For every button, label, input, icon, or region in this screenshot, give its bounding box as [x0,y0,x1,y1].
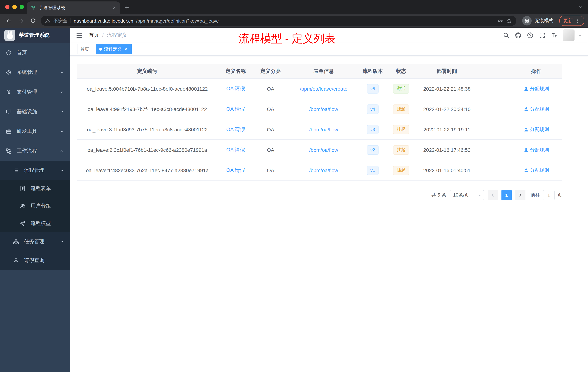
definition-name-link[interactable]: OA 请假 [226,85,245,92]
cell-definition-id: oa_leave:3:1fad3d93-7b75-11ec-a3c8-acde4… [77,119,218,139]
sidebar-logo[interactable]: 芋道管理系统 [0,28,70,43]
definition-id: oa_leave:3:1fad3d93-7b75-11ec-a3c8-acde4… [87,127,208,132]
tab-search-chevron-icon[interactable] [578,5,583,10]
sidebar-item-infra[interactable]: 基础设施 [0,102,70,121]
sidebar-item-label: 流程表单 [31,185,51,192]
assign-rule-link[interactable]: 分配规则 [524,85,549,92]
sidebar-item-payment[interactable]: 支付管理 [0,82,70,102]
sidebar-item-leave-query[interactable]: 请假查询 [0,251,70,270]
active-tag-dot [99,48,102,51]
minimize-window-button[interactable] [12,5,17,9]
assign-rule-label: 分配规则 [530,85,549,92]
security-warning-icon[interactable] [45,18,51,23]
cell-definition-id: oa_leave:5:004b710b-7b8a-11ec-8ef0-acde4… [77,79,218,99]
cell-form: /bpm/oa/flow [287,140,360,160]
table-row: oa_leave:4:991f2193-7b7f-11ec-a3c8-acde4… [77,99,562,119]
sidebar-item-system[interactable]: 系统管理 [0,63,70,82]
goto-page-input[interactable] [543,190,555,200]
password-key-icon[interactable] [497,18,503,24]
incognito-indicator: 无痕模式 [522,16,554,25]
cell-action: 分配规则 [510,140,562,160]
tab-close-icon[interactable] [112,5,116,10]
cell-action: 分配规则 [510,119,562,139]
cell-definition-id: oa_leave:1:482ec033-762a-11ec-8477-a2380… [77,160,218,180]
breadcrumb-home[interactable]: 首页 [89,32,99,39]
deploy-time: 2022-01-16 01:40:51 [423,167,471,173]
assign-rule-link[interactable]: 分配规则 [524,126,549,133]
reload-button[interactable] [28,16,38,25]
zoom-window-button[interactable] [20,5,24,9]
browser-update-button[interactable]: 更新 [559,16,584,26]
assign-rule-label: 分配规则 [530,126,549,133]
definition-name-link[interactable]: OA 请假 [226,167,245,174]
sidebar-item-user-group[interactable]: 用户分组 [0,197,70,215]
form-link[interactable]: /bpm/oa/flow [309,147,338,153]
main-area: 流程模型 - 定义列表 首页 / 流程定义 [70,28,588,372]
cell-deploy-time: 2022-01-22 20:34:10 [417,99,477,119]
sidebar-item-task-manage[interactable]: 任务管理 [0,232,70,251]
annotation-title: 流程模型 - 定义列表 [238,31,335,46]
sidebar-toggle-hamburger-icon[interactable] [76,32,83,39]
bookmark-star-icon[interactable] [506,18,512,24]
cell-action: 分配规则 [510,160,562,180]
help-icon[interactable] [527,32,534,39]
assign-rule-link[interactable]: 分配规则 [524,146,549,153]
sidebar-item-workflow[interactable]: 工作流程 [0,141,70,161]
address-bar[interactable]: 不安全 dashboard.yudao.iocoder.cn /bpm/mana… [41,16,516,26]
form-link[interactable]: /bpm/oa/leave/create [300,86,347,92]
sidebar-item-label: 任务管理 [24,238,44,245]
form-link[interactable]: /bpm/oa/flow [309,127,338,132]
chevron-down-icon [60,129,64,134]
yen-icon [6,89,12,95]
breadcrumb-separator: / [102,33,104,38]
definition-id: oa_leave:2:3c1f0ef1-76b1-11ec-9c66-a2380… [87,147,207,153]
sidebar-item-process-manage[interactable]: 流程管理 [0,161,70,180]
search-icon[interactable] [503,32,509,39]
avatar-caret-down-icon[interactable] [578,33,582,37]
assign-rule-link[interactable]: 分配规则 [524,106,549,112]
cell-version: v5 [360,79,386,99]
cell-definition-name: OA 请假 [218,99,254,119]
chevron-down-icon [60,90,64,94]
tag-close-icon[interactable] [123,47,128,52]
definition-name-link[interactable]: OA 请假 [226,106,245,112]
next-page-button[interactable] [515,190,525,200]
browser-tab[interactable]: 芋道管理系统 [27,1,120,14]
sidebar-item-label: 基础设施 [17,109,37,115]
prev-page-button[interactable] [488,190,498,200]
page-number-button[interactable]: 1 [502,190,512,200]
forward-button[interactable] [16,16,25,25]
font-size-icon[interactable] [551,32,557,39]
tags-view-tag[interactable]: 流程定义 [96,44,132,54]
pagination: 共 5 条 10条/页 1 前往 页 [77,190,562,200]
definition-id: oa_leave:4:991f2193-7b7f-11ec-a3c8-acde4… [88,106,207,112]
sidebar-item-devtools[interactable]: 研发工具 [0,121,70,141]
status-badge: 挂起 [393,165,409,175]
goto-label: 前往 [531,192,540,198]
definition-name-link[interactable]: OA 请假 [226,146,245,153]
sidebar-item-home[interactable]: 首页 [0,43,70,63]
navbar-actions [503,30,582,41]
sidebar-item-label: 工作流程 [17,148,37,154]
definition-name-link[interactable]: OA 请假 [226,126,245,133]
close-window-button[interactable] [5,5,10,9]
new-tab-button[interactable] [122,3,132,12]
sidebar-item-label: 流程模型 [31,220,51,227]
user-avatar[interactable] [563,30,575,41]
screen: 芋道管理系统 不安全 dashboard.yudao.ioc [0,0,588,372]
assign-rule-link[interactable]: 分配规则 [524,167,549,174]
assign-rule-label: 分配规则 [530,146,549,153]
sidebar-item-process-model[interactable]: 流程模型 [0,215,70,232]
page-size-select[interactable]: 10条/页 [450,190,484,200]
back-button[interactable] [4,16,13,25]
github-icon[interactable] [515,32,521,39]
status-badge: 挂起 [393,104,409,114]
column-header: 定义名称 [218,65,254,78]
tags-view-tag[interactable]: 首页 [77,44,92,54]
form-link[interactable]: /bpm/oa/flow [309,106,338,112]
browser-menu-kebab-icon[interactable] [575,18,580,23]
form-link[interactable]: /bpm/oa/flow [309,167,338,173]
cell-status: 挂起 [386,140,417,160]
fullscreen-icon[interactable] [539,32,546,39]
sidebar-item-process-form[interactable]: 流程表单 [0,180,70,197]
